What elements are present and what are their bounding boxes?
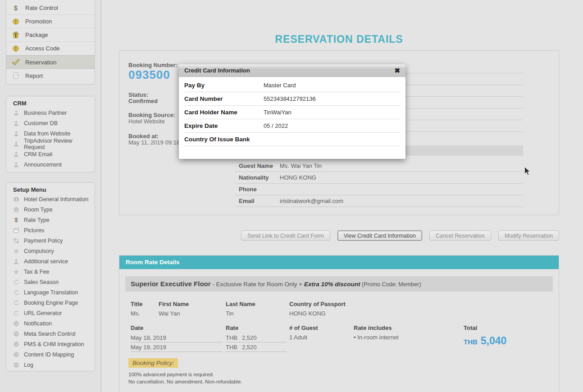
gear-icon [13, 331, 19, 337]
action-button-modify-reservation[interactable]: Modify Reservation [498, 230, 559, 241]
seal-icon [12, 45, 19, 52]
rate-rows: THB2,520 THB2,520 [226, 333, 287, 352]
setup-item-booking-engine-page[interactable]: Booking Engine Page [6, 297, 95, 308]
close-icon[interactable]: ✖ [394, 67, 400, 74]
guest-title-column: Title Ms. [131, 301, 143, 317]
setup-item-label: Notification [24, 320, 52, 327]
dollar-icon [13, 217, 19, 223]
sidebar-item-access-code[interactable]: Access Code [6, 42, 95, 55]
rate-amount-cell: THB2,520 [226, 333, 287, 342]
seal-icon [12, 18, 19, 25]
refresh-icon [13, 289, 19, 296]
rate-amount: 2,520 [242, 334, 257, 341]
total-currency: THB [464, 338, 478, 346]
setup-item-label: Pictures [24, 227, 44, 234]
setup-item-label: Meta Search Control [24, 331, 76, 337]
setup-item-content-id-mapping[interactable]: Content ID Mapping [6, 349, 95, 360]
credit-card-row-card-holder-name: Card Holder Name TinWaiYan [184, 106, 400, 119]
crm-panel-title: CRM [6, 99, 95, 108]
crm-item-label: Customer DB [24, 120, 58, 126]
guest-detail-label: Nationality [235, 174, 280, 181]
crm-item-customer-db[interactable]: Customer DB [6, 118, 95, 128]
crm-item-tripadvisor-review-request[interactable]: TripAdvisor Review Request [6, 139, 95, 149]
setup-item-notification[interactable]: Notification [6, 318, 95, 329]
action-button-bar: Send Link to Credit Card Form View Credi… [119, 230, 559, 241]
date-rows: May 18, 2019 May 19, 2019 [131, 333, 222, 352]
crm-item-label: CRM Email [24, 151, 52, 158]
room-rate-discount: Extra 10% discount [304, 281, 360, 288]
sidebar-item-promotion[interactable]: Promotion [6, 15, 95, 28]
guest-detail-label: Phone [235, 186, 280, 193]
credit-card-modal-header[interactable]: Credit Card Information ✖ [179, 64, 405, 77]
sidebar-item-rate-control[interactable]: Rate Control [6, 1, 95, 15]
credit-card-row-label: Pay By [184, 82, 264, 89]
credit-card-row-value: 5523438412792136 [264, 95, 316, 102]
crm-item-label: Data from Website [24, 131, 70, 137]
rate-date-cell: May 19, 2019 [131, 342, 222, 352]
crm-item-business-partner[interactable]: Business Partner [6, 108, 95, 118]
refresh-icon [13, 300, 19, 306]
total-value: THB5,040 [464, 335, 506, 347]
setup-item-payment-policy[interactable]: Payment Policy [6, 235, 95, 246]
sidebar-item-label: Report [25, 72, 43, 79]
rate-amount-cell: THB2,520 [226, 342, 287, 352]
sidebar-item-label: Rate Control [25, 5, 58, 11]
crm-item-announcement[interactable]: Announcement [6, 159, 95, 170]
picture-icon [13, 227, 19, 234]
setup-item-tax-fee[interactable]: Tax & Fee [6, 266, 95, 277]
gift-icon [12, 32, 19, 39]
total-column: Total THB5,040 [464, 324, 506, 347]
guest-detail-label: Email [235, 198, 280, 204]
star-icon [13, 269, 19, 275]
rate-includes-column: Rate includes In-room internet [354, 324, 399, 341]
info-icon [13, 196, 19, 203]
setup-item-room-type[interactable]: Room Type [6, 204, 95, 215]
sidebar-item-reservation[interactable]: Reservation [6, 55, 95, 69]
credit-card-modal-body: Pay By Master Card Card Number 552343841… [179, 77, 405, 146]
person-icon [13, 151, 19, 158]
booking-policy-badge: Booking Policy: [128, 358, 178, 368]
room-rate-details-section: Room Rate Details Superior Executive Flo… [119, 255, 559, 392]
sidebar-item-report[interactable]: Report [6, 69, 95, 82]
gear-icon [13, 362, 19, 368]
gear-icon [13, 341, 19, 347]
guest-title-header: Title [131, 301, 143, 307]
setup-item-meta-search-control[interactable]: Meta Search Control [6, 329, 95, 339]
setup-item-pictures[interactable]: Pictures [6, 225, 95, 235]
credit-card-modal-title: Credit Card Information [184, 67, 394, 74]
rate-includes-list: In-room internet [354, 334, 399, 341]
setup-item-hotel-general-information[interactable]: Hotel General Information [6, 194, 95, 204]
action-button-cancel-reservation[interactable]: Cancel Reservation [429, 230, 491, 241]
guest-title-value: Ms. [131, 310, 143, 317]
setup-item-url-generator[interactable]: URL Generator [6, 308, 95, 318]
setup-item-pms-chm-integration[interactable]: PMS & CHM Integration [6, 339, 95, 349]
setup-item-sales-season[interactable]: Sales Season [6, 277, 95, 287]
setup-item-log[interactable]: Log [6, 360, 95, 370]
setup-item-label: Log [24, 362, 33, 368]
dollar-icon [12, 5, 19, 12]
guest-detail-row-phone: Phone [235, 184, 523, 195]
action-button-view-credit-card-information[interactable]: View Credit Card Information [337, 230, 422, 241]
setup-item-compulsory[interactable]: Compulsory [6, 246, 95, 256]
rate-currency: THB [226, 344, 237, 351]
setup-item-label: Sales Season [24, 279, 59, 285]
setup-item-list: Hotel General Information Room Type Rate… [6, 194, 95, 370]
setup-item-rate-type[interactable]: Rate Type [6, 215, 95, 225]
guest-first-name-value: Wai Yan [159, 310, 189, 317]
crm-item-crm-email[interactable]: CRM Email [6, 149, 95, 159]
setup-item-language-translation[interactable]: Language Translation [6, 287, 95, 297]
refresh-icon [13, 310, 19, 316]
rate-date-cell: May 18, 2019 [131, 333, 222, 342]
guest-first-name-header: First Name [159, 301, 189, 307]
guest-last-name-header: Last Name [226, 301, 255, 307]
booking-policy: Booking Policy: 100% advanced payment is… [128, 358, 242, 385]
report-icon [12, 72, 19, 79]
setup-item-additional-service[interactable]: Additional service [6, 256, 95, 266]
guest-detail-value: Ms. Wai Yan Tin [280, 162, 322, 169]
setup-menu-title: Setup Menu [6, 186, 95, 194]
credit-card-row-label: Card Number [184, 95, 264, 102]
person-icon [13, 258, 19, 265]
action-button-send-link-to-credit-card-form[interactable]: Send Link to Credit Card Form [241, 230, 330, 241]
crm-item-list: Business Partner Customer DB Data from W… [6, 108, 95, 170]
sidebar-item-package[interactable]: Package [6, 28, 95, 42]
